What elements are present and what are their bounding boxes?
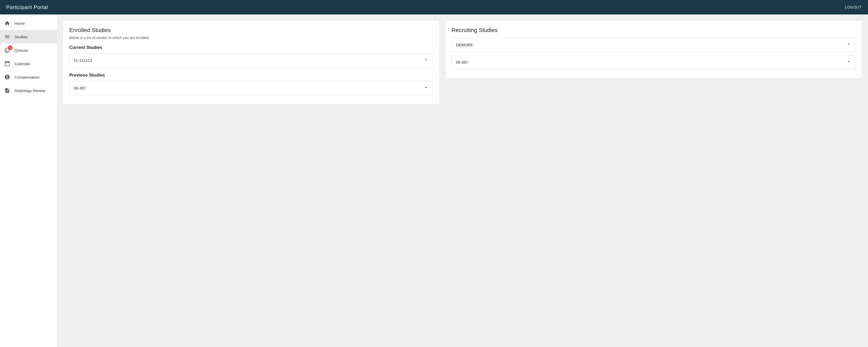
enrolled-studies-title: Enrolled Studies <box>69 27 433 34</box>
calendar-icon <box>4 60 10 67</box>
previous-studies-label: Previous Studies <box>69 73 433 78</box>
list-icon <box>4 34 10 40</box>
current-studies-label: Current Studies <box>69 45 433 50</box>
recruiting-study-label-1: 06-387 <box>456 60 468 64</box>
sidebar-label-calendar: Calendar <box>14 61 30 66</box>
sidebar: Home Studies 1 Queues Calendar Com <box>0 15 57 347</box>
previous-study-row-0[interactable]: 06-387 <box>69 81 433 95</box>
logout-button[interactable]: LOGOUT <box>845 5 862 9</box>
sidebar-item-home[interactable]: Home <box>0 17 57 30</box>
app-header: Participant Portal LOGOUT <box>0 0 868 15</box>
sidebar-label-compensation: Compensation <box>14 75 39 79</box>
queues-badge: 1 <box>8 46 12 50</box>
recruiting-studies-card: Recruiting Studies DEMORE 06-387 <box>445 21 862 79</box>
recruiting-study-row-1[interactable]: 06-387 <box>452 55 856 69</box>
current-studies-section: Current Studies 11-111111 <box>69 45 433 67</box>
app-body: Home Studies 1 Queues Calendar Com <box>0 15 868 347</box>
sidebar-item-studies[interactable]: Studies <box>0 30 57 44</box>
chevron-down-icon-2 <box>424 85 429 91</box>
sidebar-label-radiology-review: Radiology Review <box>14 88 45 93</box>
sidebar-label-home: Home <box>14 21 25 26</box>
document-icon <box>4 87 10 94</box>
recruiting-study-label-0: DEMORE <box>456 43 473 47</box>
sidebar-item-compensation[interactable]: Compensation <box>0 70 57 84</box>
chevron-down-icon-3 <box>846 41 851 48</box>
dollar-icon <box>4 74 10 80</box>
current-study-row-0[interactable]: 11-111111 <box>69 53 433 67</box>
app-title: Participant Portal <box>6 4 48 10</box>
home-icon <box>4 20 10 26</box>
chevron-down-icon-4 <box>846 59 851 65</box>
current-study-label-0: 11-111111 <box>74 58 92 63</box>
enrolled-studies-card: Enrolled Studies Below is a list of stud… <box>63 21 439 105</box>
previous-studies-section: Previous Studies 06-387 <box>69 73 433 95</box>
sidebar-item-radiology-review[interactable]: Radiology Review <box>0 84 57 97</box>
sidebar-item-queues[interactable]: 1 Queues <box>0 44 57 57</box>
chevron-down-icon <box>424 57 429 64</box>
sidebar-item-calendar[interactable]: Calendar <box>0 57 57 70</box>
sidebar-label-queues: Queues <box>14 48 28 53</box>
recruiting-study-row-0[interactable]: DEMORE <box>452 38 856 52</box>
main-content: Enrolled Studies Below is a list of stud… <box>57 15 868 347</box>
recruiting-studies-title: Recruiting Studies <box>452 27 856 34</box>
enrolled-studies-subtitle: Below is a list of studies in which you … <box>69 36 433 40</box>
previous-study-label-0: 06-387 <box>74 86 86 90</box>
sidebar-label-studies: Studies <box>14 35 27 39</box>
